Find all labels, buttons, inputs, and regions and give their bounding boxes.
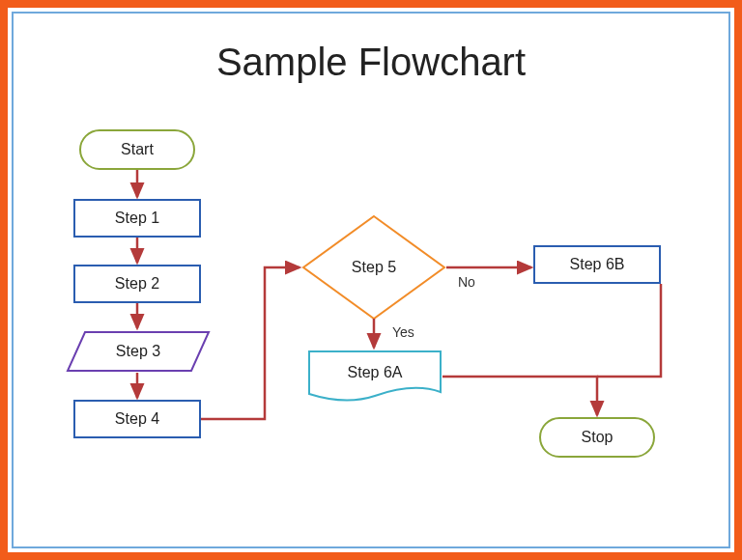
chart-title: Sample Flowchart (14, 41, 728, 84)
node-step3: Step 3 (66, 330, 211, 373)
node-step4-label: Step 4 (115, 410, 159, 428)
edge-label-no: No (458, 274, 475, 290)
node-step5-label: Step 5 (352, 259, 396, 276)
node-step1: Step 1 (73, 199, 201, 238)
node-step6b-label: Step 6B (570, 256, 625, 273)
frame-inner: Sample Flowchart Start Step 1 Step 2 Ste… (12, 12, 730, 548)
node-stop: Stop (539, 417, 655, 458)
node-step1-label: Step 1 (115, 210, 159, 227)
node-step5: Step 5 (301, 214, 446, 321)
node-start: Start (79, 129, 195, 170)
node-step6a-label: Step 6A (348, 364, 403, 381)
frame-outer: Sample Flowchart Start Step 1 Step 2 Ste… (0, 0, 742, 560)
node-step6a: Step 6A (307, 350, 442, 404)
node-step4: Step 4 (73, 400, 201, 438)
node-step2: Step 2 (73, 265, 201, 303)
node-step6b: Step 6B (533, 245, 661, 284)
node-stop-label: Stop (582, 429, 614, 446)
edge-label-yes: Yes (392, 324, 414, 340)
node-step2-label: Step 2 (115, 275, 159, 293)
node-step3-label: Step 3 (116, 343, 160, 360)
node-start-label: Start (121, 141, 154, 158)
